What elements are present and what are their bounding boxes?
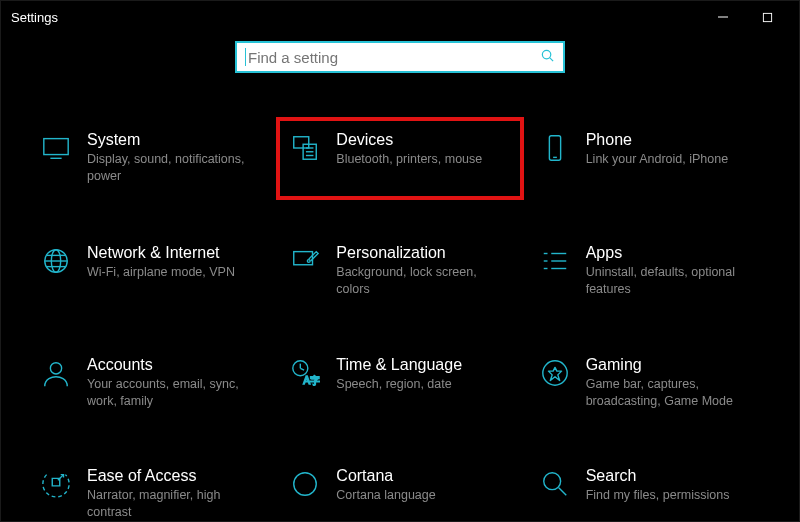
gaming-icon [538, 358, 572, 388]
svg-rect-11 [549, 136, 560, 160]
svg-line-29 [301, 368, 305, 370]
tile-title: Search [586, 467, 761, 485]
svg-point-31 [542, 360, 566, 384]
display-icon [39, 133, 73, 163]
apps-icon [538, 246, 572, 276]
tile-desc: Link your Android, iPhone [586, 151, 761, 168]
svg-text:A字: A字 [303, 375, 320, 386]
tile-title: Personalization [336, 244, 511, 262]
tile-desc: Cortana language [336, 487, 511, 504]
tile-cortana[interactable]: Cortana Cortana language [280, 457, 519, 522]
tile-phone[interactable]: Phone Link your Android, iPhone [530, 121, 769, 196]
svg-point-32 [294, 473, 317, 496]
svg-rect-6 [294, 137, 309, 148]
cortana-icon [288, 469, 322, 499]
person-icon [39, 358, 73, 388]
tile-time[interactable]: A字 Time & Language Speech, region, date [280, 346, 519, 420]
svg-rect-1 [763, 13, 771, 21]
tile-title: Apps [586, 244, 761, 262]
maximize-button[interactable] [745, 2, 789, 32]
tile-search[interactable]: Search Find my files, permissions [530, 457, 769, 522]
tile-desc: Your accounts, email, sync, work, family [87, 376, 262, 410]
tile-accounts[interactable]: Accounts Your accounts, email, sync, wor… [31, 346, 270, 420]
tile-title: Cortana [336, 467, 511, 485]
tile-system[interactable]: System Display, sound, notifications, po… [31, 121, 270, 196]
tile-desc: Uninstall, defaults, optional features [586, 264, 761, 298]
tile-title: Gaming [586, 356, 761, 374]
tile-desc: Speech, region, date [336, 376, 511, 393]
tile-desc: Background, lock screen, colors [336, 264, 511, 298]
time-language-icon: A字 [288, 358, 322, 388]
svg-rect-4 [44, 139, 68, 155]
tile-ease-of-access[interactable]: Ease of Access Narrator, magnifier, high… [31, 457, 270, 522]
title-bar: Settings [1, 1, 799, 33]
svg-point-19 [308, 259, 311, 262]
search-box[interactable] [235, 41, 565, 73]
tile-desc: Find my files, permissions [586, 487, 761, 504]
tile-title: Devices [336, 131, 511, 149]
tile-title: Network & Internet [87, 244, 262, 262]
tile-network[interactable]: Network & Internet Wi-Fi, airplane mode,… [31, 234, 270, 308]
globe-icon [39, 246, 73, 276]
tile-title: Phone [586, 131, 761, 149]
phone-icon [538, 133, 572, 163]
tile-title: Ease of Access [87, 467, 262, 485]
search-input[interactable] [246, 48, 540, 67]
svg-line-34 [558, 488, 566, 496]
tile-title: System [87, 131, 262, 149]
tile-desc: Wi-Fi, airplane mode, VPN [87, 264, 262, 281]
tile-gaming[interactable]: Gaming Game bar, captures, broadcasting,… [530, 346, 769, 420]
svg-point-26 [50, 362, 61, 373]
settings-grid: System Display, sound, notifications, po… [1, 73, 799, 522]
svg-point-33 [543, 473, 560, 490]
tile-personalization[interactable]: Personalization Background, lock screen,… [280, 234, 519, 308]
brush-icon [288, 246, 322, 276]
search-category-icon [538, 469, 572, 499]
tile-apps[interactable]: Apps Uninstall, defaults, optional featu… [530, 234, 769, 308]
window-title: Settings [11, 10, 58, 25]
ease-of-access-icon [39, 469, 73, 499]
svg-line-3 [550, 57, 553, 60]
search-icon [540, 48, 555, 67]
minimize-button[interactable] [701, 2, 745, 32]
svg-point-2 [542, 50, 550, 58]
tile-devices[interactable]: Devices Bluetooth, printers, mouse [276, 117, 523, 200]
tile-desc: Narrator, magnifier, high contrast [87, 487, 262, 521]
tile-title: Accounts [87, 356, 262, 374]
tile-desc: Display, sound, notifications, power [87, 151, 262, 185]
window-controls [701, 2, 789, 32]
tile-desc: Game bar, captures, broadcasting, Game M… [586, 376, 761, 410]
devices-icon [288, 133, 322, 163]
tile-title: Time & Language [336, 356, 511, 374]
tile-desc: Bluetooth, printers, mouse [336, 151, 511, 168]
